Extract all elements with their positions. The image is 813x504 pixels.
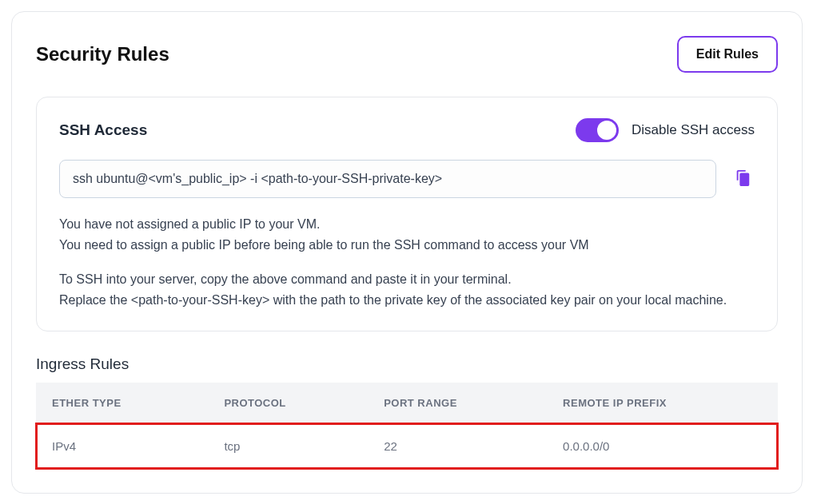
edit-rules-button[interactable]: Edit Rules [677,36,778,73]
ssh-warn-line2: You need to assign a public IP before be… [59,238,589,252]
ssh-command-row: ssh ubuntu@<vm's_public_ip> -i <path-to-… [59,160,755,198]
cell-remote-ip: 0.0.0.0/0 [547,423,778,469]
ssh-info-block: You have not assigned a public IP to you… [59,214,755,310]
copy-icon [734,169,751,189]
security-rules-panel: Security Rules Edit Rules SSH Access Dis… [11,11,803,494]
table-row: IPv4 tcp 22 0.0.0.0/0 [36,423,778,469]
col-ether-type: ETHER TYPE [36,383,208,423]
ssh-toggle-group: Disable SSH access [576,118,755,142]
col-remote-ip: REMOTE IP PREFIX [547,383,778,423]
page-title: Security Rules [36,43,169,65]
ssh-help-line2: Replace the <path-to-your-SSH-key> with … [59,293,727,307]
ssh-access-card: SSH Access Disable SSH access ssh ubuntu… [36,97,778,331]
ssh-command-box[interactable]: ssh ubuntu@<vm's_public_ip> -i <path-to-… [59,160,716,198]
panel-header: Security Rules Edit Rules [36,36,778,73]
cell-ether-type: IPv4 [36,423,208,469]
ssh-warning: You have not assigned a public IP to you… [59,214,755,255]
ingress-rules-table: ETHER TYPE PROTOCOL PORT RANGE REMOTE IP… [36,383,778,469]
copy-command-button[interactable] [731,166,755,192]
cell-port-range: 22 [368,423,547,469]
table-header-row: ETHER TYPE PROTOCOL PORT RANGE REMOTE IP… [36,383,778,423]
ssh-title: SSH Access [59,121,147,139]
col-protocol: PROTOCOL [208,383,368,423]
cell-protocol: tcp [208,423,368,469]
ssh-help: To SSH into your server, copy the above … [59,269,755,310]
ssh-disable-toggle[interactable] [576,118,619,142]
ssh-warn-line1: You have not assigned a public IP to you… [59,217,320,231]
ingress-title: Ingress Rules [36,355,778,373]
ssh-card-header: SSH Access Disable SSH access [59,118,755,142]
ssh-toggle-label: Disable SSH access [632,122,755,138]
ssh-help-line1: To SSH into your server, copy the above … [59,272,512,286]
col-port-range: PORT RANGE [368,383,547,423]
